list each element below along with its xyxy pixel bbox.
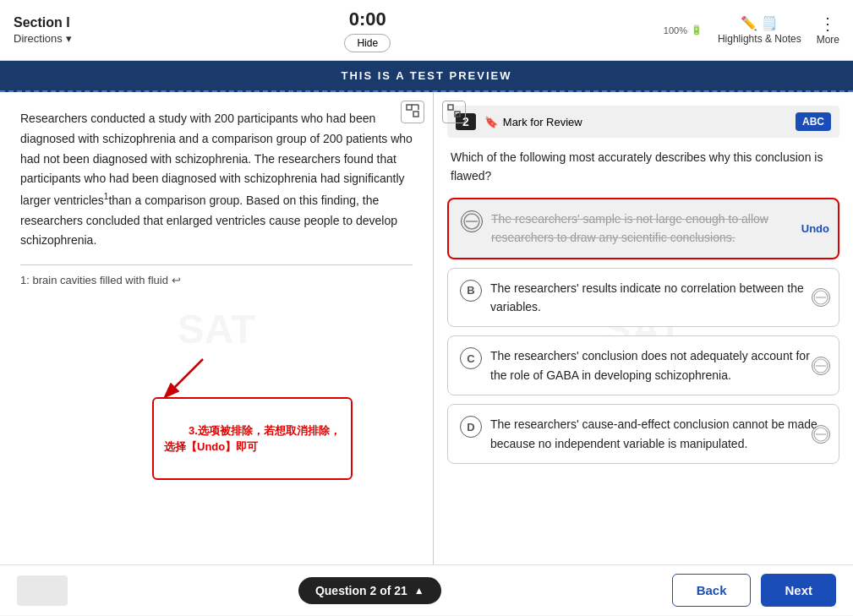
more-button[interactable]: ⋮ More bbox=[817, 15, 839, 46]
svg-rect-6 bbox=[448, 105, 453, 110]
battery-percent: 100% bbox=[664, 25, 687, 35]
logo bbox=[17, 575, 68, 606]
choice-text-d: The researchers' cause-and-effect conclu… bbox=[490, 415, 827, 453]
preview-text: THIS IS A TEST PREVIEW bbox=[342, 69, 512, 82]
preview-banner: THIS IS A TEST PREVIEW bbox=[0, 61, 853, 92]
directions-label: Directions bbox=[14, 32, 63, 45]
header: Section I Directions ▾ 0:00 Hide 100% 🔋 … bbox=[0, 0, 853, 61]
main-content: SAT Researchers conducted a study with 2… bbox=[0, 92, 853, 564]
highlights-notes-icons: ✏️ 🗒️ bbox=[741, 15, 778, 31]
footnote-number: 1: bbox=[20, 274, 30, 286]
footnote-link: ↩ bbox=[172, 274, 181, 286]
footer-center: Question 2 of 21 ▲ bbox=[298, 577, 441, 604]
chevron-down-icon: ▾ bbox=[66, 32, 72, 45]
abc-badge: ABC bbox=[796, 112, 831, 131]
annotation-box: 3.选项被排除，若想取消排除， 选择【Undo】即可 bbox=[152, 397, 353, 480]
bookmark-icon: 🔖 bbox=[484, 116, 498, 128]
footnote-text: brain cavities filled with fluid bbox=[32, 274, 167, 286]
question-header: 2 🔖 Mark for Review ABC bbox=[447, 106, 839, 138]
choice-text-b: The researchers' results indicate no cor… bbox=[490, 279, 827, 317]
question-indicator-text: Question 2 of 21 bbox=[315, 584, 407, 597]
svg-rect-7 bbox=[455, 112, 460, 117]
directions-button[interactable]: Directions ▾ bbox=[14, 32, 72, 45]
annotation-line1: 3.选项被排除，若想取消排除， bbox=[189, 424, 341, 437]
header-right: 100% 🔋 ✏️ 🗒️ Highlights & Notes ⋮ More bbox=[664, 15, 839, 46]
hide-button[interactable]: Hide bbox=[344, 34, 391, 52]
svg-rect-0 bbox=[407, 105, 412, 110]
passage-text: Researchers conducted a study with 200 p… bbox=[20, 109, 413, 251]
question-text: Which of the following most accurately d… bbox=[447, 148, 839, 186]
notes-icon: 🗒️ bbox=[761, 15, 778, 31]
choice-label-d: D bbox=[460, 416, 482, 438]
footer: Question 2 of 21 ▲ Back Next bbox=[0, 564, 853, 615]
collapse-right-button[interactable] bbox=[442, 101, 466, 123]
highlights-notes-label: Highlights & Notes bbox=[718, 33, 801, 45]
question-num-area: 2 🔖 Mark for Review bbox=[456, 113, 582, 130]
answer-choice-a[interactable]: The researchers' sample is not large eno… bbox=[447, 198, 839, 259]
annotation-arrow-icon bbox=[161, 351, 211, 401]
eliminated-circle-icon bbox=[463, 213, 480, 230]
answer-choice-c[interactable]: C The researchers' conclusion does not a… bbox=[447, 335, 839, 395]
timer-display: 0:00 bbox=[349, 8, 386, 30]
more-label: More bbox=[817, 34, 839, 46]
passage-footnote: 1: brain cavities filled with fluid ↩ bbox=[20, 264, 413, 286]
annotation-overlay: 3.选项被排除，若想取消排除， 选择【Undo】即可 bbox=[152, 397, 353, 480]
question-indicator-button[interactable]: Question 2 of 21 ▲ bbox=[298, 577, 441, 604]
footer-left bbox=[17, 575, 68, 606]
undo-button[interactable]: Undo bbox=[801, 222, 829, 235]
right-pane: SAT 2 🔖 Mark for Review ABC Which of the… bbox=[434, 92, 853, 564]
annotation-line2: 选择【Undo】即可 bbox=[164, 440, 258, 453]
eliminate-d-icon bbox=[812, 425, 830, 444]
highlights-notes-button[interactable]: ✏️ 🗒️ Highlights & Notes bbox=[718, 15, 801, 45]
watermark: SAT bbox=[178, 305, 255, 352]
left-pane: SAT Researchers conducted a study with 2… bbox=[0, 92, 434, 564]
section-title: Section I bbox=[14, 15, 72, 30]
more-dots-icon: ⋮ bbox=[819, 15, 837, 32]
header-left: Section I Directions ▾ bbox=[14, 15, 72, 45]
answer-choice-d[interactable]: D The researchers' cause-and-effect conc… bbox=[447, 404, 839, 464]
footer-right: Back Next bbox=[672, 574, 836, 607]
eliminate-b-icon bbox=[812, 288, 830, 307]
battery-icon: 🔋 bbox=[691, 25, 703, 35]
header-center: 0:00 Hide bbox=[344, 8, 391, 52]
battery-info: 100% 🔋 bbox=[664, 25, 703, 35]
choice-text-a: The researchers' sample is not large eno… bbox=[491, 210, 826, 248]
choice-label-c: C bbox=[460, 347, 482, 369]
eliminate-c-icon bbox=[812, 357, 830, 375]
next-button[interactable]: Next bbox=[761, 574, 836, 607]
back-button[interactable]: Back bbox=[672, 574, 752, 607]
mark-review-label: Mark for Review bbox=[503, 116, 582, 128]
choice-label-b: B bbox=[460, 280, 482, 302]
choice-label-a bbox=[461, 210, 483, 232]
choice-text-c: The researchers' conclusion does not ade… bbox=[490, 346, 827, 384]
highlight-icon: ✏️ bbox=[741, 15, 757, 31]
expand-left-button[interactable] bbox=[401, 101, 424, 123]
mark-for-review-button[interactable]: 🔖 Mark for Review bbox=[484, 116, 582, 128]
svg-rect-1 bbox=[413, 112, 418, 117]
answer-choice-b[interactable]: B The researchers' results indicate no c… bbox=[447, 268, 839, 328]
chevron-up-icon: ▲ bbox=[414, 585, 424, 597]
svg-line-5 bbox=[169, 359, 203, 393]
